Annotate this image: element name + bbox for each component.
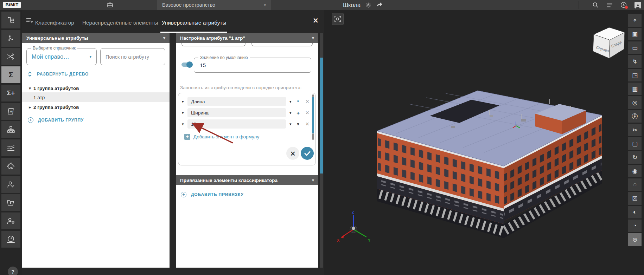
add-binding-button[interactable]: + ДОБАВИТЬ ПРИВЯЗКУ — [181, 192, 244, 197]
charts-icon[interactable] — [1, 139, 20, 156]
attributes-panel-header[interactable]: Универсальные атрибуты ▾ — [22, 33, 170, 43]
search-input[interactable]: Поиск по атрибуту — [106, 54, 149, 60]
chevron-down-icon[interactable]: ▾ — [289, 99, 292, 104]
attributes-add-icon[interactable]: Σ+ — [1, 85, 20, 102]
user-location-icon[interactable] — [1, 212, 20, 229]
operator-select[interactable]: ▾ — [294, 122, 303, 126]
shield-icon[interactable]: ◐ — [628, 206, 642, 218]
axis-gizmo[interactable]: X Y Z — [334, 210, 373, 249]
locate-icon[interactable]: ◎ — [628, 96, 642, 109]
help-button[interactable]: ? — [8, 267, 18, 275]
inner-scrollbar[interactable] — [312, 133, 314, 140]
settings-panel-header[interactable]: Настройка атрибута "1 атр" ▾ — [176, 33, 318, 43]
chevron-down-icon[interactable]: ▾ — [182, 111, 187, 115]
structure-icon[interactable] — [1, 121, 20, 138]
plus-circle-icon: + — [28, 117, 33, 123]
tab-classifier[interactable]: Классификатор — [35, 20, 74, 26]
clipped-input-2[interactable] — [251, 43, 313, 46]
collapse-panel-icon[interactable] — [26, 18, 33, 25]
attributes-window: Классификатор Нераспределённые элементы … — [22, 10, 324, 275]
remove-row-icon[interactable]: × — [306, 98, 310, 105]
panel-scrollbar-thumb[interactable] — [320, 58, 323, 173]
tab-universal-attributes[interactable]: Универсальные атрибуты — [162, 20, 226, 26]
section-cube-icon[interactable]: ◳ — [628, 69, 642, 81]
account-icon[interactable] — [635, 2, 641, 8]
panel-scrollbar[interactable] — [320, 33, 323, 268]
list-icon[interactable] — [606, 2, 613, 7]
add-element-button[interactable]: + — [184, 134, 190, 140]
pan-icon[interactable]: ⌖ — [628, 14, 642, 27]
formula-attribute-input[interactable]: Ширина — [187, 108, 286, 117]
section-box-icon[interactable]: ▢ — [628, 137, 642, 150]
focus-selection-button[interactable] — [332, 13, 344, 25]
default-value-input[interactable]: 15 — [200, 62, 206, 68]
plus-circle-icon: + — [181, 192, 186, 197]
chevron-down-icon[interactable]: ▾ — [289, 122, 292, 126]
dashboard-icon[interactable] — [1, 231, 20, 248]
search-icon[interactable] — [592, 2, 599, 8]
gear-icon[interactable] — [365, 2, 371, 8]
user-check-icon[interactable] — [1, 176, 20, 193]
rotate-icon[interactable]: ↻ — [628, 151, 642, 164]
inner-scrollbar-thumb[interactable] — [312, 97, 314, 133]
visibility-icon[interactable]: ◉ — [628, 165, 642, 177]
tab-unallocated[interactable]: Нераспределённые элементы — [82, 20, 158, 26]
attribute-search[interactable]: Поиск по атрибуту — [100, 48, 165, 65]
operator-select[interactable]: * — [294, 99, 303, 105]
confirm-button[interactable] — [301, 147, 314, 160]
briefcase-icon[interactable] — [107, 2, 113, 8]
parking-icon[interactable]: Ⓟ — [628, 110, 642, 123]
remove-row-icon[interactable]: × — [306, 110, 310, 116]
view-2d-icon[interactable]: 2D — [1, 103, 20, 120]
default-value-field[interactable]: Значение по умолчанию 15 — [194, 58, 311, 73]
export-folder-icon[interactable] — [1, 194, 20, 211]
plugins-icon[interactable] — [1, 158, 20, 175]
grid-icon[interactable]: ▦ — [628, 83, 642, 95]
tree-group-1[interactable]: ▾ 1 группа атрибутов — [22, 83, 170, 93]
tree-group-2[interactable]: ▸ 2 группа атрибутов — [22, 102, 170, 112]
navigation-cube[interactable]: Справа Сзади — [589, 23, 629, 60]
cut-icon[interactable]: ✂ — [628, 124, 642, 136]
chevron-down-icon[interactable]: ▾ — [182, 99, 187, 104]
add-group-button[interactable]: + ДОБАВИТЬ ГРУППУ — [28, 117, 84, 123]
attributes-panel: Универсальные атрибуты ▾ Выберите справо… — [22, 33, 170, 268]
formula-attribute-input[interactable]: 10 — [187, 119, 286, 129]
inner-scrollbar[interactable] — [312, 94, 314, 97]
ruler-icon[interactable]: ▭ — [628, 41, 642, 54]
list-remove-icon[interactable]: ☒ — [628, 192, 642, 205]
clipped-input-1[interactable] — [181, 43, 246, 46]
nav-wheel-icon[interactable]: ⊛ — [628, 233, 642, 246]
chevron-down-icon[interactable]: ▾ — [182, 122, 187, 126]
tree-attr-1[interactable]: 1 атр — [22, 92, 170, 102]
universal-attributes-icon[interactable]: Σ — [1, 66, 20, 83]
reference-select[interactable]: Выберите справочник Мой справо… ▾ — [26, 48, 97, 65]
workspace-selector[interactable]: Базовое пространство ▾ — [157, 0, 271, 10]
chevron-down-icon[interactable]: ▾ — [289, 111, 292, 115]
default-value-toggle[interactable] — [181, 63, 192, 67]
selection-icon[interactable]: ▣ — [628, 28, 642, 40]
bound-elements-header[interactable]: Привязанные элементы классификатора ▾ — [176, 175, 318, 185]
lightning-icon[interactable]: ↯ — [628, 55, 642, 68]
connections-icon[interactable] — [1, 48, 20, 65]
dependencies-icon[interactable] — [1, 30, 20, 47]
close-icon[interactable]: × — [313, 16, 318, 25]
formula-row: ▾ Длина ▾ * × — [182, 97, 309, 106]
bell-icon[interactable] — [620, 2, 627, 8]
app-logo: BiMiT — [3, 2, 21, 8]
operator-select[interactable]: + — [294, 110, 303, 116]
chevron-down-icon[interactable]: ▾ — [26, 86, 33, 91]
formula-attribute-input[interactable]: Длина — [187, 97, 286, 106]
visibility-alt-icon[interactable]: ◌ — [628, 178, 642, 191]
check-icon — [304, 151, 311, 156]
add-element-label[interactable]: Добавить элемент в формулу — [193, 134, 259, 139]
gauge-icon[interactable]: ◔ — [628, 220, 642, 232]
expand-tree-button[interactable]: РАЗВЕРНУТЬ ДЕРЕВО — [28, 71, 89, 77]
cancel-button[interactable]: × — [286, 147, 299, 160]
reference-select-value: Мой справо… — [32, 53, 69, 60]
chevron-right-icon[interactable]: ▸ — [26, 105, 33, 110]
model-tree-icon[interactable] — [1, 12, 20, 28]
remove-row-icon[interactable]: × — [306, 121, 310, 127]
notification-dot — [625, 6, 628, 9]
viewport-3d[interactable]: Справа Сзади ⌖ ▣ ▭ ↯ ◳ ▦ ◎ Ⓟ ✂ ▢ ↻ ◉ ◌ ☒… — [324, 10, 644, 275]
share-icon[interactable] — [376, 2, 383, 8]
